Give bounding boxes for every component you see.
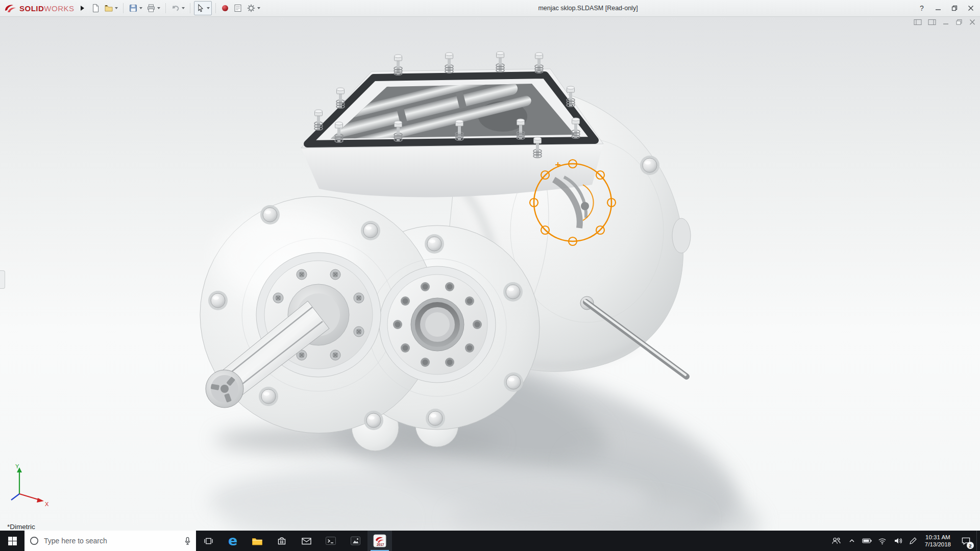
- taskbar-search-box[interactable]: [24, 531, 196, 551]
- windows-taskbar: e 2017: [0, 531, 980, 551]
- undo-button[interactable]: [169, 2, 186, 15]
- toolbar-separator: [215, 3, 216, 13]
- standard-toolbar: [89, 1, 262, 15]
- gearbox-assembly-model[interactable]: [0, 16, 980, 531]
- output-bearing-flange: [379, 266, 496, 383]
- view-orientation-label: *Dimetric: [7, 523, 35, 531]
- network-status-button[interactable]: [875, 531, 890, 551]
- taskbar-app-file-explorer[interactable]: [245, 531, 270, 551]
- chevron-up-icon: [848, 537, 855, 544]
- select-tool-button[interactable]: [194, 1, 212, 15]
- save-floppy-icon: [129, 4, 138, 13]
- doc-restore-button[interactable]: [955, 19, 963, 26]
- open-folder-icon: [104, 4, 113, 13]
- action-center-button[interactable]: 2: [955, 531, 976, 551]
- red-sphere-icon: [221, 4, 229, 12]
- hidden-icons-button[interactable]: [844, 531, 860, 551]
- triad-y-label: Y: [15, 463, 19, 469]
- options-button[interactable]: [245, 2, 262, 15]
- undo-arrow-icon: [171, 4, 180, 13]
- restore-icon: [951, 5, 958, 11]
- caret-down-icon: [182, 7, 185, 9]
- edge-icon: e: [225, 533, 240, 548]
- taskbar-app-edge[interactable]: e: [220, 531, 245, 551]
- minimize-icon: [935, 5, 941, 11]
- solidworks-logo-icon: [4, 3, 17, 13]
- caret-down-icon: [115, 7, 118, 9]
- print-icon: [146, 4, 156, 13]
- task-view-button[interactable]: [196, 531, 220, 551]
- print-button[interactable]: [145, 2, 162, 15]
- close-button[interactable]: [963, 0, 979, 16]
- clock-time: 10:31 AM: [925, 534, 951, 541]
- start-button[interactable]: [0, 531, 24, 551]
- taskbar-clock[interactable]: 10:31 AM 7/13/2018: [921, 534, 955, 548]
- file-explorer-icon: [252, 536, 263, 546]
- menu-flyout-arrow-icon[interactable]: [81, 6, 84, 11]
- search-input[interactable]: [43, 536, 179, 545]
- taskbar-app-store[interactable]: [270, 531, 294, 551]
- mail-icon: [301, 537, 312, 545]
- battery-status-button[interactable]: [860, 531, 875, 551]
- taskbar-app-photos[interactable]: [343, 531, 368, 551]
- minimize-button[interactable]: [930, 0, 946, 16]
- red-sphere-button[interactable]: [219, 2, 231, 15]
- top-cover-assembly: [301, 52, 603, 197]
- photos-icon: [350, 536, 361, 546]
- caret-down-icon: [207, 7, 210, 9]
- window-controls: ?: [914, 0, 979, 16]
- new-document-button[interactable]: [89, 2, 102, 15]
- help-button[interactable]: ?: [914, 0, 930, 16]
- svg-text:e: e: [228, 533, 237, 548]
- select-cursor-icon: [196, 4, 205, 13]
- pen-icon: [909, 537, 917, 545]
- system-tray: 10:31 AM 7/13/2018 2: [829, 531, 980, 551]
- notification-badge: 2: [967, 542, 974, 549]
- clock-date: 7/13/2018: [925, 541, 951, 548]
- cortana-icon: [30, 536, 39, 545]
- settings-gear-icon: [247, 4, 256, 13]
- toolbar-separator: [165, 3, 166, 13]
- app-name: SOLIDWORKS: [19, 4, 75, 13]
- save-button[interactable]: [127, 2, 144, 15]
- taskbar-app-console[interactable]: [318, 531, 343, 551]
- taskbar-app-mail[interactable]: [294, 531, 318, 551]
- toolbar-separator: [190, 3, 190, 13]
- speaker-icon: [893, 537, 902, 545]
- people-icon: [831, 536, 841, 545]
- task-pane-icon: [233, 4, 242, 13]
- app-titlebar: SOLIDWORKS: [0, 0, 980, 17]
- doc-close-button[interactable]: [969, 19, 976, 26]
- toolbar-separator: [123, 3, 124, 13]
- battery-icon: [862, 537, 872, 544]
- caret-down-icon: [139, 7, 142, 9]
- pane-split-right-button[interactable]: [928, 19, 936, 26]
- svg-text:2017: 2017: [377, 543, 384, 546]
- doc-minimize-button[interactable]: [942, 19, 949, 26]
- microphone-icon[interactable]: [183, 536, 192, 545]
- volume-button[interactable]: [890, 531, 905, 551]
- orientation-triad[interactable]: Y X: [6, 462, 53, 509]
- pen-settings-button[interactable]: [905, 531, 921, 551]
- caret-down-icon: [257, 7, 260, 9]
- triad-x-label: X: [45, 501, 49, 507]
- show-desktop-button[interactable]: [976, 531, 980, 551]
- solidworks-logo: SOLIDWORKS: [0, 3, 79, 13]
- people-button[interactable]: [829, 531, 844, 551]
- console-icon: [325, 536, 336, 546]
- task-view-icon: [204, 537, 213, 545]
- store-icon: [277, 536, 287, 546]
- caret-down-icon: [157, 7, 160, 9]
- open-document-button[interactable]: [103, 2, 119, 15]
- solidworks-taskbar-icon: 2017: [373, 534, 386, 547]
- restore-button[interactable]: [946, 0, 963, 16]
- wifi-icon: [877, 537, 887, 545]
- document-title: menjac sklop.SLDASM [Read-only]: [538, 5, 638, 12]
- windows-logo-icon: [8, 537, 17, 545]
- close-icon: [968, 5, 974, 11]
- new-document-icon: [91, 4, 100, 13]
- graphics-viewport[interactable]: Y X *Dimetric: [0, 16, 980, 531]
- taskbar-app-solidworks[interactable]: 2017: [368, 531, 392, 551]
- task-pane-button[interactable]: [232, 2, 244, 15]
- pane-split-left-button[interactable]: [914, 19, 922, 26]
